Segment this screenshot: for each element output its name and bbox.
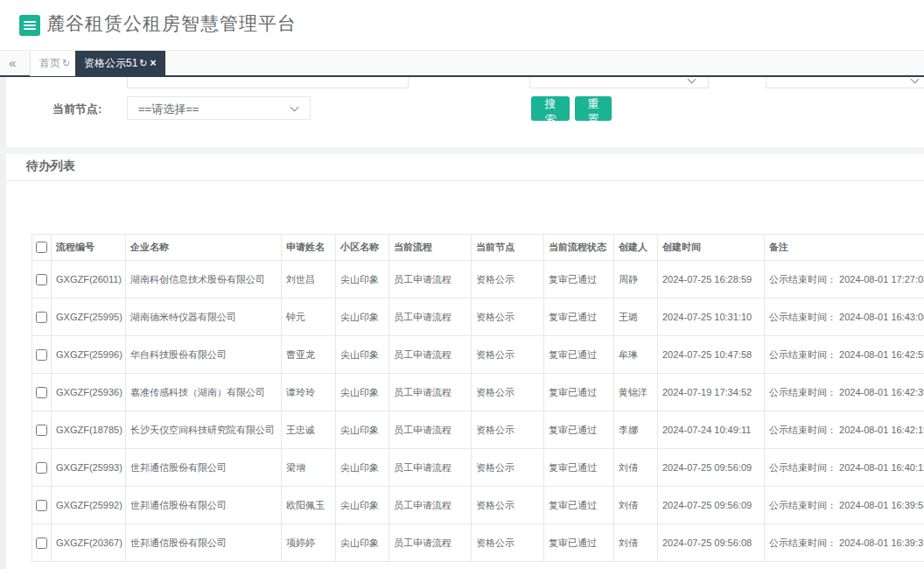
todo-list-title: 待办列表 [26,158,75,174]
row-select-checkbox[interactable] [36,462,47,474]
table-cell: 李娜 [614,411,658,449]
table-cell: 谭玲玲 [282,374,336,411]
table-cell: 公示结束时间： 2024-08-01 16:39:53 [765,487,924,524]
table-cell: 员工申请流程 [389,336,472,374]
table-cell: 公示结束时间： 2024-08-01 16:39:31 [765,524,924,562]
table-cell: 王璐 [614,299,658,336]
tab-home-label: 首页 [39,57,60,69]
table-cell: 员工申请流程 [389,374,472,411]
table-cell: 员工申请流程 [389,449,472,487]
row-select-cell [32,449,52,487]
refresh-icon[interactable]: ↻ [62,58,70,68]
table-row: GXGZF(20367)世邦通信股份有限公司项婷婷尖山印象员工申请流程资格公示复… [32,524,924,562]
table-cell: 公示结束时间： 2024-08-01 16:42:55 [765,336,924,374]
table-cell: 世邦通信股份有限公司 [126,487,282,524]
table-cell: 刘倩 [614,449,658,487]
row-select-checkbox[interactable] [36,425,47,436]
table-cell: 复审已通过 [544,299,614,336]
row-select-checkbox[interactable] [36,349,47,361]
table-cell: 复审已通过 [544,524,614,562]
hamburger-menu-icon[interactable] [19,15,40,36]
tab-home[interactable]: 首页↻ [30,51,80,76]
table-cell: 王忠诚 [282,411,336,449]
table-cell: 嘉准传感科技（湖南）有限公司 [126,374,282,411]
close-icon[interactable]: × [150,57,157,69]
table-cell: 2024-07-19 17:34:52 [658,374,765,411]
row-select-cell [32,411,52,449]
row-select-cell [32,524,52,562]
table-cell: GXGZF(25996) [52,336,126,374]
table-cell: 2024-07-24 10:49:11 [658,411,765,449]
table-cell: GXGZF(25992) [52,487,126,524]
filter-field-partial-1[interactable] [127,77,409,88]
row-select-checkbox[interactable] [36,387,47,398]
app-title: 麓谷租赁公租房智慧管理平台 [46,11,297,36]
table-cell: 员工申请流程 [389,524,472,562]
table-cell: 2024-07-25 10:31:10 [658,299,765,336]
table-cell: 牟琳 [614,336,658,374]
collapse-tabs-icon[interactable]: « [9,55,16,70]
select-all-checkbox[interactable] [36,242,47,253]
filter-field-partial-3[interactable] [766,77,924,88]
table-row: GXGZF(18785)长沙天仪空间科技研究院有限公司王忠诚尖山印象员工申请流程… [32,411,924,449]
table-cell: 尖山印象 [336,261,389,299]
column-header: 流程编号 [52,235,126,261]
row-select-cell [32,487,52,524]
table-cell: 复审已通过 [544,336,614,374]
column-header: 当前节点 [472,235,544,261]
current-node-select[interactable]: ==请选择== [127,96,311,120]
table-row: GXGZF(25996)华自科技股份有限公司曹亚龙尖山印象员工申请流程资格公示复… [32,336,924,374]
table-cell: 曹亚龙 [282,336,336,374]
table-cell: 复审已通过 [544,261,614,299]
chevron-down-icon [290,103,299,112]
table-cell: 员工申请流程 [389,261,472,299]
search-button[interactable]: 搜索 [531,96,570,121]
table-cell: 公示结束时间： 2024-08-01 16:40:12 [765,449,924,487]
table-cell: 公示结束时间： 2024-08-01 16:42:19 [765,411,924,449]
table-cell: 尖山印象 [336,411,389,449]
table-cell: 湖南科创信息技术股份有限公司 [126,261,282,299]
filter-field-partial-2[interactable] [529,77,709,88]
table-cell: 钟元 [282,299,336,336]
row-select-checkbox[interactable] [36,500,47,511]
row-select-checkbox[interactable] [36,537,47,549]
table-cell: 资格公示 [472,374,544,411]
table-cell: GXGZF(25995) [52,299,126,336]
current-node-select-value: ==请选择== [138,102,199,117]
table-cell: 复审已通过 [544,487,614,524]
row-select-cell [32,299,52,336]
table-cell: 刘世昌 [282,261,336,299]
table-row: GXGZF(25936)嘉准传感科技（湖南）有限公司谭玲玲尖山印象员工申请流程资… [32,374,924,411]
table-cell: 尖山印象 [336,336,389,374]
table-cell: 长沙天仪空间科技研究院有限公司 [126,411,282,449]
table-row: GXGZF(25992)世邦通信股份有限公司欧阳佩玉尖山印象员工申请流程资格公示… [32,487,924,524]
table-cell: 员工申请流程 [389,487,472,524]
column-header: 备注 [765,235,924,261]
todo-table-wrap: 流程编号企业名称申请姓名小区名称当前流程当前节点当前流程状态创建人创建时间备注G… [32,234,924,569]
column-header: 申请姓名 [282,235,336,261]
table-cell: 公示结束时间： 2024-08-01 16:42:39 [765,374,924,411]
column-header: 企业名称 [126,235,282,261]
table-cell: 梁增 [282,449,336,487]
tab-qualification-publicity[interactable]: 资格公示51↻× [75,51,165,76]
table-cell: 资格公示 [472,449,544,487]
reset-button[interactable]: 重置 [575,96,612,121]
table-cell: 资格公示 [472,487,544,524]
row-select-cell [32,374,52,411]
table-cell: 尖山印象 [336,374,389,411]
row-select-checkbox[interactable] [36,274,47,285]
panel-divider [0,147,924,154]
table-cell: 2024-07-25 09:56:09 [658,449,765,487]
table-cell: 资格公示 [472,299,544,336]
table-cell: 世邦通信股份有限公司 [126,449,282,487]
table-cell: 2024-07-25 09:56:09 [658,487,765,524]
table-row: GXGZF(26011)湖南科创信息技术股份有限公司刘世昌尖山印象员工申请流程资… [32,261,924,299]
table-row: GXGZF(25993)世邦通信股份有限公司梁增尖山印象员工申请流程资格公示复审… [32,449,924,487]
table-cell: 员工申请流程 [389,299,472,336]
table-cell: 复审已通过 [544,374,614,411]
table-cell: 欧阳佩玉 [282,487,336,524]
select-all-cell [32,235,52,261]
table-cell: 周静 [614,261,658,299]
refresh-icon[interactable]: ↻ [139,58,147,68]
row-select-checkbox[interactable] [36,312,47,323]
